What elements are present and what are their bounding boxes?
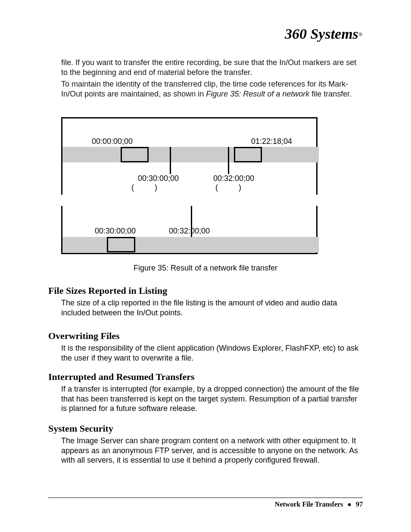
label-mark-out-parens: () — [215, 183, 241, 192]
label-end-tc: 01:22:18;04 — [251, 137, 292, 146]
heading-security: System Security — [48, 423, 113, 434]
footer-bullet-icon: ● — [347, 501, 352, 508]
diagram-transferred-clip: 00:30:00;00 00:32:00;00 — [61, 206, 318, 254]
label-in-tc: 00:30:00;00 — [138, 174, 179, 183]
page-footer: Network File Transfers ● 97 — [275, 501, 363, 508]
divider-line-2 — [228, 147, 229, 174]
paren-open: ( — [131, 183, 134, 192]
page: 360 Systems® file. If you want to transf… — [48, 0, 363, 532]
figure-caption-text: Figure 35: Result of a network file tran… — [134, 264, 277, 272]
paragraph-overwriting: It is the responsibility of the client a… — [61, 343, 363, 363]
figure-ref: Figure 35: Result of a network — [206, 90, 309, 98]
paragraph-interrupted: If a transfer is interrupted (for exampl… — [61, 384, 363, 414]
heading-overwriting: Overwriting Files — [48, 330, 120, 342]
transferred-mark-handle — [107, 237, 135, 252]
paragraph-security: The Image Server can share program conte… — [61, 436, 363, 465]
label-mark-in-parens: () — [131, 183, 157, 192]
mark-in-handle — [121, 147, 149, 162]
intro-paragraph-2: To maintain the identity of the transfer… — [61, 79, 363, 99]
label-out-tc: 00:32:00;00 — [213, 174, 254, 183]
paren-close: ) — [239, 183, 241, 192]
figure-35-diagram: 00:00:00;00 01:22:18;04 00:30:00;00 00:3… — [61, 111, 318, 255]
heading-interrupted: Interrupted and Resumed Transfers — [48, 371, 195, 383]
source-track — [62, 147, 319, 162]
figure-caption: Figure 35: Result of a network file tran… — [48, 264, 363, 273]
footer-rule — [48, 498, 363, 498]
divider-line-1 — [170, 147, 171, 174]
transferred-track — [62, 237, 319, 252]
brand-logo-mark: ® — [358, 31, 363, 37]
diagram-source-clip: 00:00:00;00 01:22:18;04 00:30:00;00 00:3… — [61, 117, 318, 195]
brand-logo-text: 360 Systems — [285, 26, 358, 42]
label-xfer-out-tc: 00:32:00;00 — [169, 227, 210, 236]
paragraph-file-sizes: The size of a clip reported in the file … — [61, 298, 363, 317]
label-xfer-in-tc: 00:30:00;00 — [95, 227, 136, 236]
heading-file-sizes: File Sizes Reported in Listing — [48, 285, 167, 296]
mark-out-handle — [234, 147, 262, 162]
intro-paragraph-1: file. If you want to transfer the entire… — [61, 58, 363, 77]
intro-paragraph-2b: file transfer. — [309, 90, 352, 98]
footer-page-number: 97 — [356, 501, 363, 508]
brand-logo: 360 Systems® — [285, 27, 363, 41]
paren-close: ) — [155, 183, 157, 192]
paren-open: ( — [215, 183, 218, 192]
footer-title: Network File Transfers — [275, 501, 343, 508]
label-start-tc: 00:00:00;00 — [92, 137, 133, 146]
